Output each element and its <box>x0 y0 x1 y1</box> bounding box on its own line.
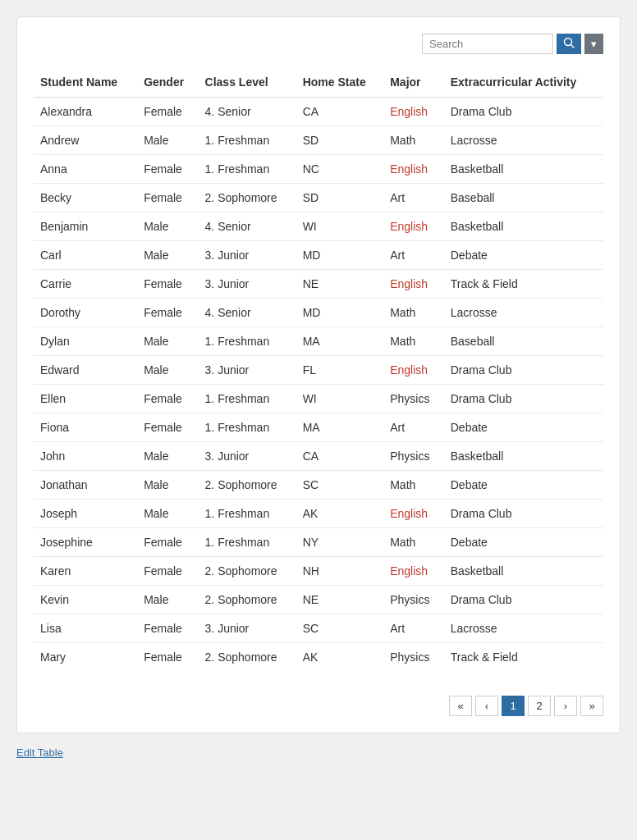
pagination: « ‹ 1 2 › » <box>34 687 603 716</box>
table-header: Student Name Gender Class Level Home Sta… <box>34 67 603 98</box>
cell-row6-col5: Track & Field <box>444 270 603 299</box>
cell-row2-col4: English <box>383 155 444 184</box>
cell-row17-col5: Drama Club <box>444 586 603 614</box>
cell-row6-col0: Carrie <box>34 270 137 299</box>
cell-row13-col4: Math <box>383 471 444 500</box>
table-row: LisaFemale3. JuniorSCArtLacrosse <box>34 614 603 643</box>
cell-row12-col1: Male <box>137 442 198 471</box>
cell-row8-col0: Dylan <box>34 327 137 356</box>
cell-row1-col4: Math <box>383 126 444 155</box>
cell-row8-col5: Baseball <box>444 327 603 356</box>
table-row: CarrieFemale3. JuniorNEEnglishTrack & Fi… <box>34 270 603 299</box>
table-row: JonathanMale2. SophomoreSCMathDebate <box>34 471 603 500</box>
cell-row18-col4: Art <box>383 614 444 643</box>
cell-row11-col5: Debate <box>444 413 603 442</box>
cell-row14-col2: 1. Freshman <box>199 500 296 528</box>
cell-row3-col0: Becky <box>34 184 137 212</box>
filter-button[interactable]: ▾ <box>584 34 603 54</box>
cell-row7-col2: 4. Senior <box>199 299 296 327</box>
cell-row19-col1: Female <box>137 643 198 672</box>
cell-row9-col1: Male <box>137 356 198 385</box>
pagination-page-2[interactable]: 2 <box>528 696 551 716</box>
cell-row17-col2: 2. Sophomore <box>199 586 296 614</box>
cell-row19-col3: AK <box>296 643 384 672</box>
cell-row11-col4: Art <box>383 413 444 442</box>
cell-row14-col5: Drama Club <box>444 500 603 528</box>
cell-row15-col2: 1. Freshman <box>199 528 296 557</box>
cell-row7-col1: Female <box>137 299 198 327</box>
pagination-next[interactable]: › <box>554 696 577 716</box>
cell-row5-col4: Art <box>383 241 444 270</box>
edit-table-link[interactable]: Edit Table <box>16 746 63 759</box>
table-row: CarlMale3. JuniorMDArtDebate <box>34 241 603 270</box>
pagination-prev[interactable]: ‹ <box>475 696 498 716</box>
cell-row12-col0: John <box>34 442 137 471</box>
table-row: JosephMale1. FreshmanAKEnglishDrama Club <box>34 500 603 528</box>
cell-row5-col2: 3. Junior <box>199 241 296 270</box>
cell-row1-col1: Male <box>137 126 198 155</box>
col-header-state: Home State <box>296 67 384 98</box>
search-input[interactable] <box>422 34 553 54</box>
cell-row1-col0: Andrew <box>34 126 137 155</box>
table-row: FionaFemale1. FreshmanMAArtDebate <box>34 413 603 442</box>
cell-row18-col5: Lacrosse <box>444 614 603 643</box>
cell-row10-col3: WI <box>296 385 384 413</box>
cell-row10-col2: 1. Freshman <box>199 385 296 413</box>
table-row: MaryFemale2. SophomoreAKPhysicsTrack & F… <box>34 643 603 672</box>
cell-row5-col5: Debate <box>444 241 603 270</box>
cell-row1-col2: 1. Freshman <box>199 126 296 155</box>
cell-row18-col2: 3. Junior <box>199 614 296 643</box>
cell-row10-col4: Physics <box>383 385 444 413</box>
cell-row10-col0: Ellen <box>34 385 137 413</box>
cell-row6-col1: Female <box>137 270 198 299</box>
cell-row16-col3: NH <box>296 557 384 586</box>
cell-row9-col3: FL <box>296 356 384 385</box>
pagination-first[interactable]: « <box>449 696 472 716</box>
cell-row16-col1: Female <box>137 557 198 586</box>
cell-row12-col2: 3. Junior <box>199 442 296 471</box>
table-row: DorothyFemale4. SeniorMDMathLacrosse <box>34 299 603 327</box>
table-row: AlexandraFemale4. SeniorCAEnglishDrama C… <box>34 98 603 126</box>
student-table: Student Name Gender Class Level Home Sta… <box>34 67 603 671</box>
table-row: AndrewMale1. FreshmanSDMathLacrosse <box>34 126 603 155</box>
cell-row5-col1: Male <box>137 241 198 270</box>
col-header-class: Class Level <box>199 67 296 98</box>
table-row: KevinMale2. SophomoreNEPhysicsDrama Club <box>34 586 603 614</box>
cell-row7-col0: Dorothy <box>34 299 137 327</box>
cell-row3-col5: Baseball <box>444 184 603 212</box>
cell-row17-col0: Kevin <box>34 586 137 614</box>
cell-row13-col2: 2. Sophomore <box>199 471 296 500</box>
cell-row4-col1: Male <box>137 212 198 241</box>
cell-row9-col5: Drama Club <box>444 356 603 385</box>
cell-row17-col3: NE <box>296 586 384 614</box>
cell-row7-col5: Lacrosse <box>444 299 603 327</box>
cell-row15-col1: Female <box>137 528 198 557</box>
cell-row12-col3: CA <box>296 442 384 471</box>
search-icon <box>563 37 575 48</box>
cell-row18-col1: Female <box>137 614 198 643</box>
col-header-major: Major <box>383 67 444 98</box>
pagination-page-1[interactable]: 1 <box>502 696 525 716</box>
cell-row0-col0: Alexandra <box>34 98 137 126</box>
cell-row13-col1: Male <box>137 471 198 500</box>
cell-row16-col4: English <box>383 557 444 586</box>
cell-row18-col3: SC <box>296 614 384 643</box>
search-button[interactable] <box>557 34 581 54</box>
cell-row3-col4: Art <box>383 184 444 212</box>
cell-row15-col0: Josephine <box>34 528 137 557</box>
table-row: AnnaFemale1. FreshmanNCEnglishBasketball <box>34 155 603 184</box>
col-header-name: Student Name <box>34 67 137 98</box>
cell-row19-col4: Physics <box>383 643 444 672</box>
col-header-gender: Gender <box>137 67 198 98</box>
cell-row2-col1: Female <box>137 155 198 184</box>
cell-row14-col0: Joseph <box>34 500 137 528</box>
cell-row11-col2: 1. Freshman <box>199 413 296 442</box>
cell-row8-col3: MA <box>296 327 384 356</box>
cell-row19-col0: Mary <box>34 643 137 672</box>
cell-row16-col0: Karen <box>34 557 137 586</box>
cell-row8-col1: Male <box>137 327 198 356</box>
cell-row5-col0: Carl <box>34 241 137 270</box>
svg-line-1 <box>571 45 575 48</box>
cell-row9-col0: Edward <box>34 356 137 385</box>
pagination-last[interactable]: » <box>580 696 603 716</box>
